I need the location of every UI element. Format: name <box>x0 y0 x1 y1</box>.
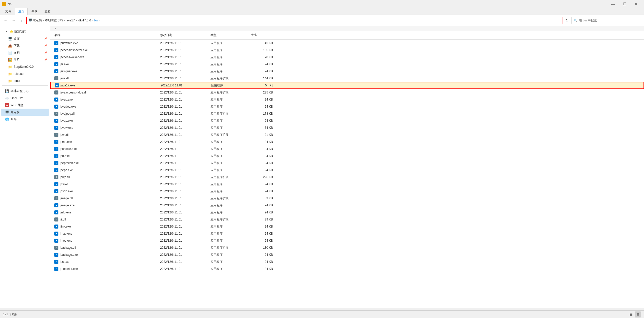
table-row[interactable]: ⚙ javaaccessbridge.dll 2022/12/6 11:01 应… <box>50 89 644 96</box>
path-java17[interactable]: java17 <box>66 19 75 22</box>
table-row[interactable]: ▶ jaccessinspector.exe 2022/12/6 11:01 应… <box>50 47 644 54</box>
table-row[interactable]: ⚙ jli.dll 2022/12/6 11:01 应用程序扩展 89 KB <box>50 216 644 223</box>
file-date: 2022/12/6 11:01 <box>158 105 208 108</box>
col-type[interactable]: 类型 <box>208 32 249 38</box>
file-icon: ⚙ <box>54 76 58 80</box>
ribbon-tabs: 文件 主页 共享 查看 <box>0 8 644 15</box>
tab-share[interactable]: 共享 <box>28 8 41 15</box>
col-date[interactable]: 修改日期 <box>158 32 208 38</box>
file-name-cell: ▶ jps.exe <box>52 260 158 264</box>
search-input[interactable] <box>579 19 640 22</box>
file-date: 2022/12/6 11:01 <box>158 246 208 249</box>
sidebar-item-this-pc[interactable]: 🖥️ 此电脑 <box>1 109 49 116</box>
file-date: 2022/12/6 11:01 <box>158 98 208 101</box>
table-row[interactable]: ▶ jpackage.exe 2022/12/6 11:01 应用程序 24 K… <box>50 251 644 258</box>
minimize-button[interactable]: — <box>607 0 619 8</box>
tools-icon: 📁 <box>8 79 12 83</box>
table-row[interactable]: ⚙ javajpeg.dll 2022/12/6 11:01 应用程序扩展 17… <box>50 110 644 117</box>
table-row[interactable]: ▶ jinfo.exe 2022/12/6 11:01 应用程序 24 KB <box>50 209 644 216</box>
maximize-button[interactable]: ❐ <box>619 0 630 8</box>
sidebar-item-local-disk[interactable]: 💾 本地磁盘 (C:) <box>1 87 49 94</box>
close-button[interactable]: ✕ <box>630 0 642 8</box>
sidebar-item-burpsuite[interactable]: 📁 BurpSuite2.0.0 <box>1 63 49 70</box>
file-size: 54 KB <box>249 84 279 87</box>
table-row[interactable]: ▶ jdeps.exe 2022/12/6 11:01 应用程序 24 KB <box>50 167 644 174</box>
file-date: 2022/12/6 11:01 <box>158 154 208 158</box>
back-button[interactable]: ← <box>2 17 9 24</box>
table-row[interactable]: ⚙ jawt.dll 2022/12/6 11:01 应用程序扩展 21 KB <box>50 131 644 138</box>
path-jdk[interactable]: jdk-17.0.6 <box>78 19 91 22</box>
table-row[interactable]: ▶ jconsole.exe 2022/12/6 11:01 应用程序 24 K… <box>50 145 644 152</box>
table-row[interactable]: ⚙ java.dll 2022/12/6 11:01 应用程序扩展 144 KB <box>50 75 644 82</box>
sidebar-item-documents[interactable]: 📄 文档 📌 <box>1 49 49 56</box>
path-local-disk[interactable]: 本地磁盘 (C:) <box>45 18 63 22</box>
tab-file[interactable]: 文件 <box>2 8 15 15</box>
table-row[interactable]: ▶ javac.exe 2022/12/6 11:01 应用程序 24 KB <box>50 96 644 103</box>
table-row[interactable]: ▶ jdb.exe 2022/12/6 11:01 应用程序 24 KB <box>50 152 644 160</box>
table-row[interactable]: ▶ java17.exe 2022/12/6 11:01 应用程序 54 KB <box>50 82 644 89</box>
table-row[interactable]: ⚙ jimage.dll 2022/12/6 11:01 应用程序扩展 33 K… <box>50 195 644 202</box>
file-name-cell: ▶ jaccessinspector.exe <box>52 48 158 52</box>
sidebar-item-desktop[interactable]: 🖥️ 桌面 📌 <box>1 35 49 42</box>
table-row[interactable]: ▶ jhsdb.exe 2022/12/6 11:01 应用程序 24 KB <box>50 188 644 195</box>
col-name[interactable]: 名称 <box>52 32 158 38</box>
table-row[interactable]: ▶ jmap.exe 2022/12/6 11:01 应用程序 24 KB <box>50 230 644 237</box>
file-rows-container: ▶ jabswitch.exe 2022/12/6 11:01 应用程序 45 … <box>50 40 644 272</box>
table-row[interactable]: ▶ jabswitch.exe 2022/12/6 11:01 应用程序 45 … <box>50 40 644 47</box>
file-size: 24 KB <box>249 253 279 257</box>
table-row[interactable]: ▶ javaw.exe 2022/12/6 11:01 应用程序 54 KB <box>50 124 644 131</box>
wps-icon: W <box>5 103 9 107</box>
file-size: 70 KB <box>249 55 279 59</box>
sidebar-item-wps[interactable]: W WPS网盘 <box>1 102 49 109</box>
table-row[interactable]: ▶ javap.exe 2022/12/6 11:01 应用程序 24 KB <box>50 117 644 124</box>
file-name: jawt.dll <box>60 133 69 137</box>
file-date: 2022/12/6 11:01 <box>158 168 208 172</box>
table-row[interactable]: ▶ jps.exe 2022/12/6 11:01 应用程序 24 KB <box>50 258 644 265</box>
sidebar-item-onedrive[interactable]: ☁️ OneDrive <box>1 94 49 102</box>
table-row[interactable]: ▶ jmod.exe 2022/12/6 11:01 应用程序 24 KB <box>50 237 644 244</box>
path-icon: 🖥️ <box>28 18 32 22</box>
sidebar-item-network[interactable]: 🌐 网络 <box>1 116 49 123</box>
sidebar-item-pictures[interactable]: 🖼️ 图片 📌 <box>1 56 49 63</box>
table-row[interactable]: ▶ jarsigner.exe 2022/12/6 11:01 应用程序 24 … <box>50 68 644 75</box>
table-row[interactable]: ▶ jrunscript.exe 2022/12/6 11:01 应用程序 24… <box>50 265 644 272</box>
list-view-button[interactable]: ⊞ <box>635 311 641 317</box>
file-date: 2022/12/6 11:01 <box>158 253 208 257</box>
forward-button[interactable]: → <box>10 17 17 24</box>
table-row[interactable]: ⚙ jdwp.dll 2022/12/6 11:01 应用程序扩展 226 KB <box>50 174 644 181</box>
table-row[interactable]: ▶ jaccesswalker.exe 2022/12/6 11:01 应用程序… <box>50 54 644 61</box>
tab-home[interactable]: 主页 <box>15 8 28 15</box>
file-name-cell: ▶ jdb.exe <box>52 154 158 158</box>
details-view-button[interactable]: ☰ <box>628 311 634 317</box>
up-button[interactable]: ↑ <box>18 17 25 24</box>
file-icon: ⚙ <box>54 175 58 179</box>
file-name-cell: ▶ jfr.exe <box>52 182 158 186</box>
table-row[interactable]: ▶ jfr.exe 2022/12/6 11:01 应用程序 24 KB <box>50 181 644 188</box>
file-size: 45 KB <box>249 41 279 45</box>
address-path[interactable]: 🖥️ 此电脑 › 本地磁盘 (C:) › java17 › jdk-17.0.6… <box>26 17 562 24</box>
sidebar-item-tools[interactable]: 📁 tools <box>1 77 49 84</box>
file-type: 应用程序扩展 <box>208 246 249 250</box>
file-icon: ▶ <box>55 83 59 87</box>
file-name-cell: ▶ javaw.exe <box>52 126 158 130</box>
table-row[interactable]: ▶ jlink.exe 2022/12/6 11:01 应用程序 24 KB <box>50 223 644 230</box>
table-row[interactable]: ▶ javadoc.exe 2022/12/6 11:01 应用程序 24 KB <box>50 103 644 110</box>
file-type: 应用程序 <box>208 161 249 165</box>
tab-view[interactable]: 查看 <box>41 8 54 15</box>
table-row[interactable]: ▶ jar.exe 2022/12/6 11:01 应用程序 24 KB <box>50 61 644 68</box>
sidebar-item-downloads[interactable]: 📥 下载 📌 <box>1 42 49 49</box>
table-row[interactable]: ⚙ jpackage.dll 2022/12/6 11:01 应用程序扩展 13… <box>50 244 644 251</box>
path-this-pc[interactable]: 此电脑 <box>33 18 42 22</box>
file-type: 应用程序扩展 <box>208 90 249 95</box>
table-row[interactable]: ▶ jimage.exe 2022/12/6 11:01 应用程序 24 KB <box>50 202 644 209</box>
table-row[interactable]: ▶ jcmd.exe 2022/12/6 11:01 应用程序 24 KB <box>50 138 644 145</box>
pin-icon2: 📌 <box>44 44 47 47</box>
title-bar-controls: — ❐ ✕ <box>607 0 642 8</box>
refresh-button[interactable]: ↻ <box>563 17 570 24</box>
sidebar-item-quick-access[interactable]: ▼ ⭐ 快速访问 <box>1 28 49 35</box>
file-name: jimage.dll <box>60 197 73 200</box>
path-bin[interactable]: bin <box>94 19 98 22</box>
table-row[interactable]: ▶ jdeprscan.exe 2022/12/6 11:01 应用程序 24 … <box>50 160 644 167</box>
col-size[interactable]: 大小 <box>249 32 279 38</box>
sidebar-item-release[interactable]: 📁 release <box>1 70 49 77</box>
